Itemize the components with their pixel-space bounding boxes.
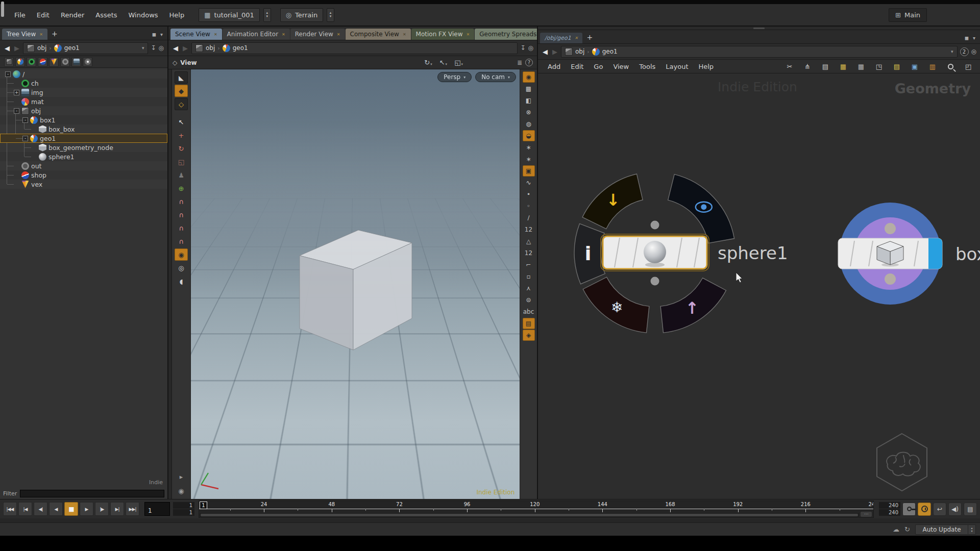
snap-multi-icon[interactable]: ∩ — [175, 235, 188, 247]
network-menu-item[interactable]: Layout — [661, 61, 693, 72]
lock-icon[interactable]: ◧ — [523, 95, 535, 106]
audio-button[interactable]: ◀) — [948, 503, 962, 516]
point-numbers-icon[interactable]: 12 — [523, 224, 535, 235]
projection-button[interactable]: Persp▾ — [437, 72, 472, 82]
network-canvas[interactable]: Indie Edition Geometry ↑❄i↓ — [538, 73, 980, 499]
tab-tree-view[interactable]: Tree View ✕ — [2, 29, 47, 40]
network-menu-item[interactable]: Add — [543, 61, 565, 72]
tree-row[interactable]: - box1 — [0, 115, 167, 124]
pin-icon[interactable]: ↧ — [520, 44, 525, 52]
menu-item[interactable]: Assets — [90, 9, 122, 21]
current-frame-field[interactable]: 1 — [144, 502, 170, 516]
playbar-options-button[interactable]: ▤ — [964, 503, 977, 516]
text-overlay-icon[interactable]: abc — [523, 306, 535, 317]
radial-visibility-flag[interactable] — [668, 174, 734, 243]
tab-close-icon[interactable]: ✕ — [575, 36, 578, 40]
tab-close-icon[interactable]: ✕ — [282, 32, 285, 37]
handle-mode-icon[interactable]: ◱▾ — [454, 59, 463, 66]
node-sphere1[interactable] — [601, 221, 709, 286]
forward-icon[interactable]: ▶ — [182, 44, 189, 52]
next-key-button[interactable]: ▶| — [110, 502, 124, 516]
shade-icon[interactable]: ▣ — [523, 165, 535, 177]
forward-icon[interactable]: ▶ — [551, 48, 558, 56]
backfaces-icon[interactable]: ◦ — [523, 201, 535, 212]
handles-tool-icon[interactable]: ⊕ — [175, 182, 188, 194]
output-connector[interactable] — [651, 277, 659, 286]
wire-shade-icon[interactable]: ∿ — [523, 177, 535, 188]
normals-icon[interactable]: ∕ — [523, 212, 535, 223]
select-tool-icon[interactable]: ↖ — [175, 116, 188, 128]
path-dropdown-icon[interactable]: ▾ — [142, 45, 144, 51]
view-menu-icon[interactable]: ◇ — [173, 59, 177, 66]
expander-icon[interactable]: - — [22, 136, 28, 141]
expander-icon[interactable]: - — [14, 108, 19, 114]
headlight-icon[interactable]: ◒ — [523, 130, 535, 141]
scroll-nub[interactable] — [1, 2, 4, 17]
filter-eye-icon[interactable] — [83, 57, 92, 67]
color-palette-icon[interactable]: ▦ — [837, 60, 850, 72]
desktop-main-selector[interactable]: ⊞ Main — [889, 8, 927, 22]
radial-menu-icon[interactable]: ◎ — [971, 48, 976, 55]
back-icon[interactable]: ◀ — [172, 44, 179, 52]
points-display-icon[interactable]: • — [523, 189, 535, 200]
node-box[interactable] — [838, 203, 942, 305]
menu-item[interactable]: Edit — [32, 9, 55, 21]
prev-key-button[interactable]: |◀ — [18, 502, 32, 516]
tab-close-icon[interactable]: ✕ — [214, 32, 217, 37]
tab-close-icon[interactable]: ✕ — [337, 32, 340, 37]
exclude-icon[interactable]: ⊗ — [523, 107, 535, 118]
filter-out-icon[interactable] — [60, 57, 70, 67]
shelf-selector[interactable]: ◎ Terrain — [280, 8, 323, 22]
add-tab-button[interactable]: + — [48, 29, 61, 40]
pane-tab[interactable]: Render View ✕ — [290, 29, 345, 40]
search-icon[interactable] — [944, 60, 957, 72]
play-reverse-button[interactable]: ◀ — [49, 502, 63, 516]
rotate-tool-icon[interactable]: ↻ — [175, 142, 188, 155]
point-trail-icon[interactable]: △ — [523, 236, 535, 247]
box-geometry[interactable] — [293, 227, 415, 354]
menu-item[interactable]: Help — [164, 9, 190, 21]
lens-icon[interactable]: ◉ — [175, 485, 188, 497]
pin-icon[interactable]: ↧ — [151, 44, 156, 52]
menu-item[interactable]: Render — [56, 9, 89, 21]
tree-row[interactable]: ch — [0, 79, 167, 88]
network-menu-item[interactable]: Help — [694, 61, 718, 72]
snap-grid-icon[interactable]: ∩ — [175, 195, 188, 208]
group-list-icon[interactable]: ▫ — [523, 271, 535, 282]
filter-geo-icon[interactable] — [15, 57, 25, 67]
pane-tab[interactable]: Scene View ✕ — [170, 29, 222, 40]
scale-tool-icon[interactable]: ◱ — [175, 156, 188, 168]
playhead-marker[interactable]: 1 — [200, 502, 207, 509]
follow-icon[interactable]: ◎ — [159, 44, 164, 52]
playback-loop-button[interactable]: ↩ — [933, 503, 946, 516]
filter-vex-icon[interactable] — [49, 57, 59, 67]
pane-menu-icon[interactable]: ▾ — [973, 35, 975, 41]
camera-icon[interactable]: ◍ — [523, 118, 535, 130]
network-menu-item[interactable]: Tools — [634, 61, 660, 72]
light-add-icon[interactable]: ∗ — [523, 154, 535, 165]
shelf-spinner[interactable]: ▴▾ — [327, 8, 334, 22]
network-menu-item[interactable]: Go — [589, 61, 607, 72]
show-objects-icon[interactable]: ◣ — [175, 71, 188, 84]
auto-key-button[interactable] — [902, 503, 916, 516]
stop-button[interactable]: ■ — [64, 502, 78, 516]
shape-palette-icon[interactable]: ▦ — [854, 60, 868, 72]
tree-row[interactable]: shop — [0, 170, 167, 180]
input-connector[interactable] — [885, 223, 896, 234]
help-icon[interactable]: ? — [525, 59, 533, 66]
vector-display-icon[interactable]: ⋏ — [523, 283, 535, 294]
expander-icon[interactable]: - — [22, 117, 28, 123]
range-start-field[interactable]: 1 — [173, 502, 194, 509]
tab-close-icon[interactable]: ✕ — [39, 32, 43, 37]
visibility-icon[interactable]: ◉ — [523, 71, 535, 83]
location-marker-icon[interactable]: ◈ — [523, 330, 535, 341]
select-visible-icon[interactable]: ▩ — [523, 83, 535, 94]
display-flag-icon[interactable]: ▸ — [175, 470, 188, 483]
pane-tab[interactable]: Composite View ✕ — [346, 29, 411, 40]
pane-maximize-icon[interactable]: ◼ — [965, 35, 969, 41]
snap-point-icon[interactable]: ∩ — [175, 222, 188, 234]
dome-view-icon[interactable]: ◖ — [175, 275, 188, 287]
tree-breadcrumb[interactable]: obj › geo1 ▾ — [23, 42, 148, 54]
tree-row[interactable]: mat — [0, 97, 167, 106]
prim-numbers-icon[interactable]: 12 — [523, 247, 535, 259]
